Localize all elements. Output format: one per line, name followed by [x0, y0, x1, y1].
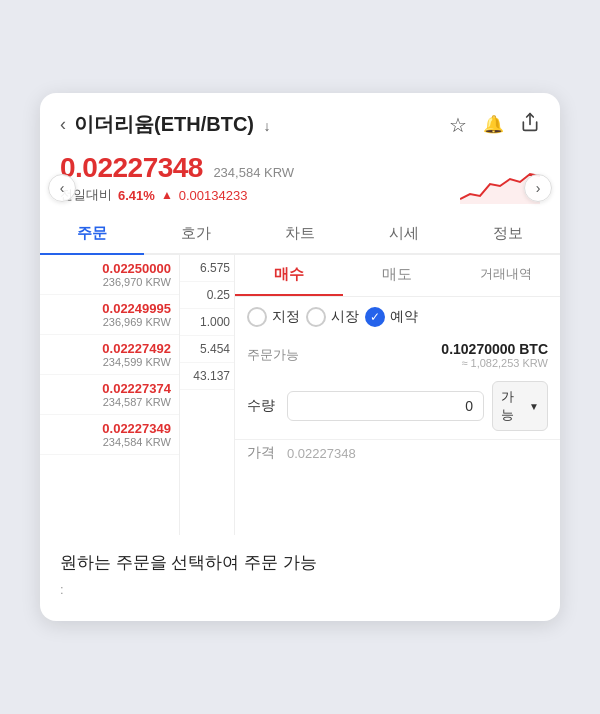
main-content: 0.02250000 236,970 KRW 0.02249995 236,96…	[40, 255, 560, 535]
share-icon[interactable]	[520, 112, 540, 137]
order-krw: 236,970 KRW	[48, 276, 171, 288]
right-arrow-button[interactable]: ›	[524, 174, 552, 202]
order-price: 0.02250000	[48, 261, 171, 276]
volume-cell: 0.25	[180, 282, 234, 309]
order-krw: 234,587 KRW	[48, 396, 171, 408]
tab-chart[interactable]: 차트	[248, 214, 352, 255]
available-value-block: 0.10270000 BTC ≈ 1,082,253 KRW	[441, 341, 548, 369]
tab-info[interactable]: 정보	[456, 214, 560, 255]
page-title: 이더리움(ETH/BTC) ↓	[74, 111, 441, 138]
price-area-wrapper: 0.02227348 234,584 KRW 전일대비 6.41% ▲ 0.00…	[40, 148, 560, 214]
order-type-row: 지정 시장 예약	[235, 297, 560, 337]
volume-cell: 1.000	[180, 309, 234, 336]
change-pct: 6.41%	[118, 188, 155, 203]
order-krw: 234,584 KRW	[48, 436, 171, 448]
change-val: 0.00134233	[179, 188, 248, 203]
price-change-row: 전일대비 6.41% ▲ 0.00134233	[60, 186, 294, 204]
price-row-label: 가격	[247, 444, 279, 462]
order-price: 0.02249995	[48, 301, 171, 316]
phone-card: ‹ 이더리움(ETH/BTC) ↓ ☆ 🔔 0.02227348 234,58	[40, 93, 560, 621]
tab-orderbook[interactable]: 호가	[144, 214, 248, 255]
radio-circle-sijang	[306, 307, 326, 327]
volume-cell: 6.575	[180, 255, 234, 282]
radio-circle-jijung	[247, 307, 267, 327]
star-icon[interactable]: ☆	[449, 113, 467, 137]
radio-label-yeyak: 예약	[390, 308, 418, 326]
price-main: 0.02227348	[60, 152, 203, 183]
quantity-row: 수량 가능 ▼	[235, 373, 560, 439]
order-price: 0.02227374	[48, 381, 171, 396]
volume-cell: 5.454	[180, 336, 234, 363]
quantity-label: 수량	[247, 397, 279, 415]
order-book-row[interactable]: 0.02227374 234,587 KRW	[40, 375, 179, 415]
radio-sijang[interactable]: 시장	[306, 307, 359, 327]
order-price: 0.02227349	[48, 421, 171, 436]
tab-market[interactable]: 시세	[352, 214, 456, 255]
volume-column: 6.575 0.25 1.000 5.454 43.137	[180, 255, 235, 535]
header-icons: ☆ 🔔	[449, 112, 540, 137]
order-krw: 236,969 KRW	[48, 316, 171, 328]
price-input-row: 가격 0.02227348	[235, 439, 560, 466]
left-arrow-button[interactable]: ‹	[48, 174, 76, 202]
tab-sell[interactable]: 매도	[343, 255, 451, 296]
radio-yeyak[interactable]: 예약	[365, 307, 418, 327]
header: ‹ 이더리움(ETH/BTC) ↓ ☆ 🔔	[40, 93, 560, 148]
radio-circle-yeyak	[365, 307, 385, 327]
trade-tabs: 매수 매도 거래내역	[235, 255, 560, 297]
quantity-input[interactable]	[287, 391, 484, 421]
unit-dropdown-label: 가능	[501, 388, 525, 424]
available-label: 주문가능	[247, 346, 299, 364]
order-price: 0.02227492	[48, 341, 171, 356]
back-button[interactable]: ‹	[60, 114, 66, 135]
available-krw: ≈ 1,082,253 KRW	[441, 357, 548, 369]
price-row-value: 0.02227348	[287, 446, 356, 461]
bottom-sub: :	[40, 578, 560, 601]
available-value: 0.10270000 BTC	[441, 341, 548, 357]
order-book-row[interactable]: 0.02227492 234,599 KRW	[40, 335, 179, 375]
radio-label-sijang: 시장	[331, 308, 359, 326]
right-panel: 매수 매도 거래내역 지정 시장 예약	[235, 255, 560, 535]
order-book-row[interactable]: 0.02227349 234,584 KRW	[40, 415, 179, 455]
radio-jijung[interactable]: 지정	[247, 307, 300, 327]
dropdown-arrow-icon: ▼	[529, 401, 539, 412]
price-left: 0.02227348 234,584 KRW 전일대비 6.41% ▲ 0.00…	[60, 152, 294, 204]
bell-icon[interactable]: 🔔	[483, 114, 504, 135]
nav-tabs: 주문 호가 차트 시세 정보	[40, 214, 560, 255]
order-book-row[interactable]: 0.02249995 236,969 KRW	[40, 295, 179, 335]
unit-dropdown[interactable]: 가능 ▼	[492, 381, 548, 431]
order-book: 0.02250000 236,970 KRW 0.02249995 236,96…	[40, 255, 180, 535]
price-krw: 234,584 KRW	[213, 165, 294, 180]
available-row: 주문가능 0.10270000 BTC ≈ 1,082,253 KRW	[235, 337, 560, 373]
radio-label-jijung: 지정	[272, 308, 300, 326]
volume-cell: 43.137	[180, 363, 234, 390]
bottom-text: 원하는 주문을 선택하여 주문 가능	[40, 535, 560, 578]
order-book-row[interactable]: 0.02250000 236,970 KRW	[40, 255, 179, 295]
price-row: 0.02227348 234,584 KRW	[60, 152, 294, 184]
tab-history[interactable]: 거래내역	[452, 255, 560, 296]
change-arrow-icon: ▲	[161, 188, 173, 202]
tab-buy[interactable]: 매수	[235, 255, 343, 296]
tab-order[interactable]: 주문	[40, 214, 144, 255]
order-krw: 234,599 KRW	[48, 356, 171, 368]
